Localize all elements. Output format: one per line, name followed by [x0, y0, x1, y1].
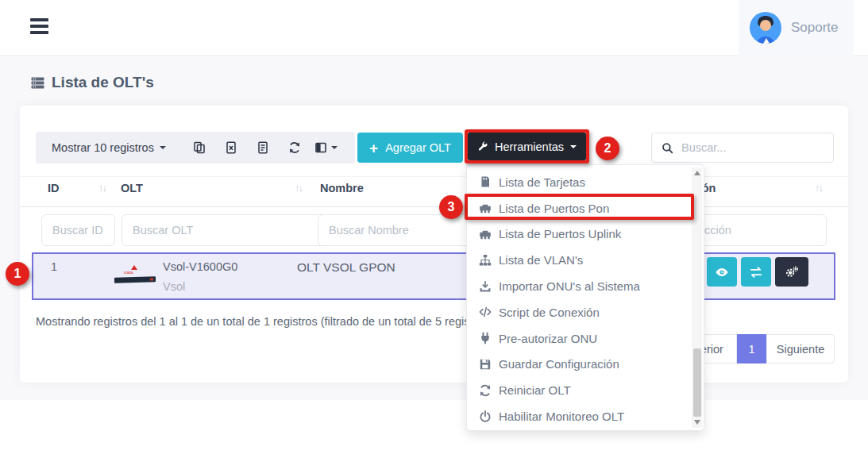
excel-icon — [225, 141, 237, 154]
menu-item-label: Script de Conexión — [499, 306, 600, 319]
search-box — [651, 133, 834, 163]
copy-icon — [193, 141, 206, 154]
olt-device-image: V-SOL — [113, 264, 157, 290]
pagination-next-button[interactable]: Siguiente — [766, 334, 835, 364]
menu-item-reiniciar-olt[interactable]: Reiniciar OLT — [467, 377, 704, 403]
exchange-button[interactable] — [741, 257, 771, 287]
server-icon — [30, 76, 45, 90]
menu-item-script-de-conexi-n[interactable]: Script de Conexión — [467, 299, 704, 325]
caret-down-icon — [331, 146, 338, 149]
pagination-current-page[interactable]: 1 — [737, 334, 766, 364]
table-controls-group: Mostrar 10 registros — [36, 132, 355, 164]
user-name: Soporte — [791, 20, 839, 36]
plus-icon: + — [369, 140, 378, 156]
menu-item-label: Lista de VLAN's — [499, 253, 583, 267]
page-title-text: Lista de OLT's — [52, 74, 154, 91]
annotation-step-2: 2 — [596, 137, 619, 160]
sd-card-icon — [479, 175, 492, 188]
tools-dropdown-menu: Lista de TarjetasLista de Puertos PonLis… — [466, 164, 704, 431]
refresh-icon — [288, 141, 301, 154]
excel-button[interactable] — [215, 132, 247, 164]
footer-band — [0, 400, 868, 454]
row-nombre: OLT VSOL GPON — [297, 260, 395, 275]
menu-item-guardar-configuraci-n[interactable]: Guardar Configuración — [467, 352, 704, 378]
gears-icon — [785, 265, 799, 279]
add-olt-button[interactable]: + Agregar OLT — [357, 133, 463, 163]
exchange-icon — [749, 265, 763, 279]
menu-item-lista-de-puertos-pon[interactable]: Lista de Puertos Pon — [467, 195, 704, 221]
file-icon — [257, 141, 269, 154]
file-button[interactable] — [247, 132, 279, 164]
menu-item-lista-de-vlan-s[interactable]: Lista de VLAN's — [467, 247, 704, 273]
tools-menu-items: Lista de TarjetasLista de Puertos PonLis… — [467, 169, 704, 429]
scroll-down-icon[interactable] — [694, 420, 700, 425]
sort-icon[interactable]: ↑↓ — [295, 182, 302, 194]
code-icon — [479, 306, 492, 318]
refresh-button[interactable] — [279, 132, 311, 164]
row-olt-model: Vsol-V1600G0 — [163, 260, 237, 273]
row-olt-brand: Vsol — [163, 280, 185, 293]
menu-item-lista-de-tarjetas[interactable]: Lista de Tarjetas — [467, 169, 704, 195]
settings-button[interactable] — [775, 257, 808, 287]
menu-item-importar-onu-s-al-sistema[interactable]: Importar ONU's al Sistema — [467, 273, 704, 299]
columns-button[interactable] — [311, 132, 342, 164]
toolbar-icon-group — [183, 132, 342, 164]
table-info: Mostrando registros del 1 al 1 de un tot… — [36, 315, 492, 328]
row-id: 1 — [51, 260, 57, 273]
menu-item-label: Lista de Puertos Uplink — [499, 227, 621, 240]
import-icon — [479, 280, 492, 293]
annotation-step-1: 1 — [6, 262, 29, 286]
power-icon — [479, 410, 492, 423]
search-icon — [662, 142, 673, 154]
copy-button[interactable] — [183, 132, 215, 164]
filter-olt-input[interactable] — [122, 214, 327, 246]
sync-icon — [479, 384, 492, 397]
column-header-id[interactable]: ID — [48, 182, 60, 194]
scroll-up-icon[interactable] — [694, 171, 700, 175]
filter-id-input[interactable] — [41, 214, 115, 246]
dropdown-scrollbar[interactable] — [692, 167, 702, 428]
sitemap-icon — [479, 254, 492, 267]
top-navbar: Soporte — [0, 0, 868, 56]
annotation-step-3: 3 — [439, 195, 463, 219]
menu-item-label: Habilitar Monitoreo OLT — [499, 410, 624, 423]
page-title: Lista de OLT's — [30, 74, 154, 91]
olt-list-card: Mostrar 10 registros + Agregar OLT ID ↑↓… — [20, 106, 848, 383]
menu-toggle-icon[interactable] — [30, 18, 49, 37]
menu-item-pre-autorizar-onu[interactable]: Pre-autorizar ONU — [467, 325, 704, 352]
column-header-nombre[interactable]: Nombre — [320, 182, 364, 194]
menu-item-label: Lista de Puertos Pon — [499, 202, 609, 215]
view-button[interactable] — [707, 257, 737, 287]
table-row[interactable]: 1 V-SOL Vsol-V1600G0 Vsol OLT VSOL GPON — [32, 252, 835, 300]
menu-item-label: Reiniciar OLT — [499, 383, 571, 397]
avatar — [750, 12, 781, 44]
tools-button-label: Herramientas — [495, 140, 564, 153]
divider — [20, 176, 848, 177]
save-icon — [479, 358, 492, 371]
plug-icon — [479, 332, 492, 344]
page-length-label: Mostrar 10 registros — [52, 141, 154, 154]
search-input[interactable] — [681, 141, 824, 154]
annotation-box-herramientas: Herramientas — [465, 129, 589, 164]
page-length-dropdown[interactable]: Mostrar 10 registros — [52, 141, 166, 154]
sort-icon[interactable]: ↑↓ — [98, 182, 106, 194]
caret-down-icon — [160, 146, 166, 149]
menu-item-habilitar-monitoreo-olt[interactable]: Habilitar Monitoreo OLT — [467, 403, 704, 429]
ethernet-icon — [479, 228, 492, 240]
tools-dropdown-button[interactable]: Herramientas — [468, 133, 586, 160]
menu-item-label: Guardar Configuración — [499, 357, 619, 371]
scrollbar-thumb[interactable] — [693, 348, 701, 417]
row-actions — [707, 257, 808, 287]
column-header-olt[interactable]: OLT — [121, 182, 143, 194]
sort-icon[interactable]: ↑↓ — [815, 182, 822, 194]
menu-item-label: Importar ONU's al Sistema — [499, 279, 640, 293]
user-menu[interactable]: Soporte — [739, 0, 854, 56]
ethernet-icon — [479, 202, 492, 214]
menu-item-lista-de-puertos-uplink[interactable]: Lista de Puertos Uplink — [467, 221, 704, 248]
columns-icon — [314, 141, 327, 154]
menu-item-label: Lista de Tarjetas — [499, 175, 585, 189]
menu-item-label: Pre-autorizar ONU — [499, 332, 597, 345]
divider — [20, 206, 848, 207]
wrench-icon — [477, 141, 488, 152]
eye-icon — [715, 265, 729, 279]
